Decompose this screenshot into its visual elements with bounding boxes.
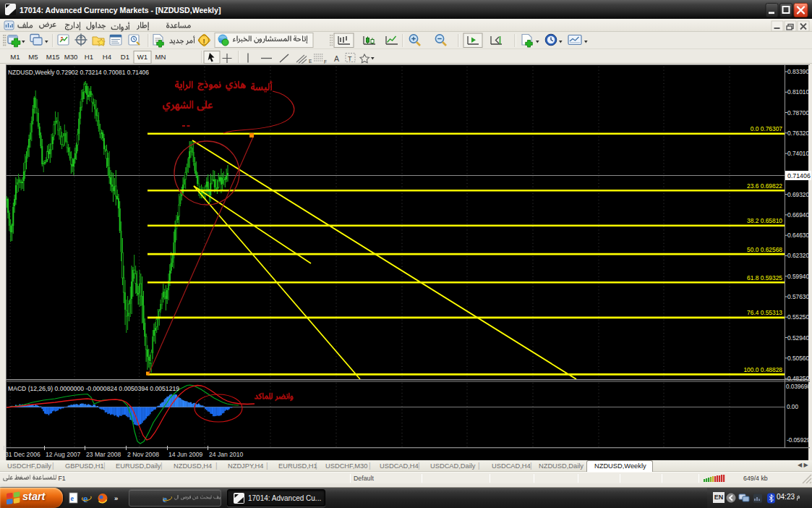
svg-text:0.50560: 0.50560 [787,355,809,362]
svg-text:61.8 0.59325: 61.8 0.59325 [747,274,782,281]
svg-text:31 Dec 2006: 31 Dec 2006 [5,451,40,458]
svg-text:14 Jun 2009: 14 Jun 2009 [168,451,203,458]
svg-text:H1: H1 [85,53,93,61]
svg-text:24 Jan 2010: 24 Jan 2010 [209,451,244,458]
svg-text:0.59940: 0.59940 [787,273,809,280]
svg-text:0.00: 0.00 [787,404,798,410]
svg-text:MACD (12,26,9) 0.0000000 -0.0: MACD (12,26,9) 0.0000000 -0.0000824 0.00… [8,385,179,392]
svg-text:M15: M15 [46,53,60,61]
svg-text:0.62320: 0.62320 [787,252,809,259]
svg-text:23.6 0.69822: 23.6 0.69822 [747,182,782,190]
svg-text:0.74010: 0.74010 [787,150,809,157]
svg-text:0.71406: 0.71406 [787,172,811,179]
svg-text:e: e [71,494,74,502]
svg-text:0.69320: 0.69320 [787,191,809,198]
svg-text:e: e [163,494,167,504]
svg-text:23 Mar 2008: 23 Mar 2008 [86,451,121,458]
svg-text:H4: H4 [103,53,112,61]
svg-text:e: e [83,493,88,504]
svg-text:2 Nov 2008: 2 Nov 2008 [127,451,159,458]
svg-text:»: » [114,494,118,502]
svg-text:0.57630: 0.57630 [787,293,809,300]
svg-text:17014: Advanced Currency Marke: 17014: Advanced Currency Markets - [NZDU… [20,6,221,14]
svg-text:T: T [348,55,352,62]
svg-text:M5: M5 [28,53,38,61]
svg-text:0.66940: 0.66940 [787,211,809,219]
svg-text:0.0 0.76307: 0.0 0.76307 [751,125,783,132]
svg-text:W1: W1 [137,53,148,61]
svg-text:0.81010: 0.81010 [787,88,809,96]
svg-text:100.0 0.48828: 100.0 0.48828 [743,366,782,373]
svg-text:!: ! [202,37,205,45]
svg-text:M30: M30 [64,53,78,61]
svg-text:0.48250: 0.48250 [787,375,809,382]
svg-text:50.0 0.62568: 50.0 0.62568 [747,246,782,253]
svg-text:MN: MN [155,53,166,61]
svg-text:0.76320: 0.76320 [787,130,809,137]
svg-text:76.4 0.55313: 76.4 0.55313 [747,309,782,316]
svg-text:12 Aug 2007: 12 Aug 2007 [46,451,80,458]
svg-text:D1: D1 [121,53,129,61]
svg-text:-0.05929: -0.05929 [787,437,811,444]
svg-text:0.55250: 0.55250 [787,313,809,321]
svg-text:M1: M1 [10,53,20,61]
svg-text:38.2 0.65810: 38.2 0.65810 [747,217,782,224]
svg-text:E: E [309,59,312,64]
svg-text:0.039698: 0.039698 [786,384,811,390]
svg-text:0.64630: 0.64630 [787,232,809,239]
svg-text:NZDUSD,Weekly 0.72902 0.7321: NZDUSD,Weekly 0.72902 0.73214 0.70081 0.… [8,69,149,76]
svg-text:0.83390: 0.83390 [787,68,809,75]
svg-text:0.78700: 0.78700 [787,109,809,117]
svg-text:0.52940: 0.52940 [787,334,809,342]
svg-text:A: A [334,54,339,63]
